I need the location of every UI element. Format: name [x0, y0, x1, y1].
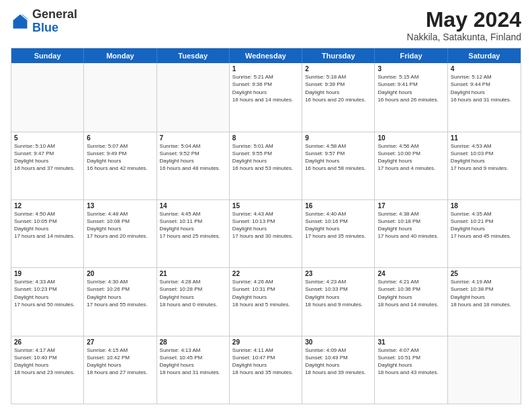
- weekday-header-monday: Monday: [84, 48, 157, 63]
- title-block: May 2024 Nakkila, Satakunta, Finland: [407, 8, 521, 42]
- day-info: Sunrise: 4:07 AMSunset: 10:51 PMDaylight…: [378, 347, 444, 377]
- day-info: Sunrise: 4:11 AMSunset: 10:47 PMDaylight…: [232, 347, 299, 377]
- weekday-header-thursday: Thursday: [302, 48, 375, 63]
- day-info: Sunrise: 4:50 AMSunset: 10:05 PMDaylight…: [14, 210, 81, 240]
- day-number: 29: [232, 338, 299, 346]
- weekday-header-sunday: Sunday: [11, 48, 84, 63]
- day-cell-24: 24Sunrise: 4:21 AMSunset: 10:36 PMDaylig…: [375, 268, 447, 335]
- day-number: 7: [160, 134, 226, 142]
- day-number: 10: [378, 134, 444, 142]
- day-number: 22: [232, 270, 299, 277]
- day-cell-14: 14Sunrise: 4:45 AMSunset: 10:11 PMDaylig…: [157, 200, 230, 267]
- day-number: 1: [232, 65, 299, 73]
- day-info: Sunrise: 4:35 AMSunset: 10:21 PMDaylight…: [451, 210, 518, 240]
- logo-text: General Blue: [32, 8, 77, 35]
- day-cell-15: 15Sunrise: 4:43 AMSunset: 10:13 PMDaylig…: [230, 200, 302, 267]
- day-number: 30: [305, 338, 371, 346]
- calendar-body: 1Sunrise: 5:21 AMSunset: 9:36 PMDaylight…: [11, 63, 521, 404]
- day-info: Sunrise: 4:53 AMSunset: 10:03 PMDaylight…: [451, 142, 518, 173]
- calendar-week-1: 1Sunrise: 5:21 AMSunset: 9:36 PMDaylight…: [11, 63, 521, 131]
- calendar: SundayMondayTuesdayWednesdayThursdayFrid…: [11, 48, 521, 404]
- day-number: 11: [451, 134, 518, 142]
- day-cell-1: 1Sunrise: 5:21 AMSunset: 9:36 PMDaylight…: [230, 63, 302, 131]
- day-number: 24: [378, 270, 444, 277]
- day-info: Sunrise: 4:58 AMSunset: 9:57 PMDaylight …: [305, 142, 371, 173]
- weekday-header-friday: Friday: [375, 48, 447, 63]
- day-cell-27: 27Sunrise: 4:15 AMSunset: 10:42 PMDaylig…: [84, 336, 157, 404]
- day-number: 8: [232, 134, 299, 142]
- title-month: May 2024: [407, 8, 521, 32]
- day-info: Sunrise: 5:18 AMSunset: 9:39 PMDaylight …: [305, 73, 371, 103]
- logo: General Blue: [11, 8, 77, 35]
- day-cell-20: 20Sunrise: 4:30 AMSunset: 10:26 PMDaylig…: [84, 268, 157, 335]
- calendar-week-5: 26Sunrise: 4:17 AMSunset: 10:40 PMDaylig…: [11, 336, 521, 404]
- day-info: Sunrise: 4:30 AMSunset: 10:26 PMDaylight…: [87, 278, 153, 308]
- page: General Blue May 2024 Nakkila, Satakunta…: [0, 0, 532, 411]
- day-info: Sunrise: 4:21 AMSunset: 10:36 PMDaylight…: [378, 278, 444, 308]
- calendar-header: SundayMondayTuesdayWednesdayThursdayFrid…: [11, 48, 521, 63]
- day-cell-29: 29Sunrise: 4:11 AMSunset: 10:47 PMDaylig…: [230, 336, 302, 404]
- day-info: Sunrise: 4:56 AMSunset: 10:00 PMDaylight…: [378, 142, 444, 173]
- day-cell-10: 10Sunrise: 4:56 AMSunset: 10:00 PMDaylig…: [375, 132, 447, 199]
- day-number: 12: [14, 202, 81, 210]
- day-cell-6: 6Sunrise: 5:07 AMSunset: 9:49 PMDaylight…: [84, 132, 157, 199]
- day-cell-26: 26Sunrise: 4:17 AMSunset: 10:40 PMDaylig…: [11, 336, 84, 404]
- empty-cell: [157, 63, 230, 131]
- day-cell-30: 30Sunrise: 4:09 AMSunset: 10:49 PMDaylig…: [302, 336, 375, 404]
- calendar-week-2: 5Sunrise: 5:10 AMSunset: 9:47 PMDaylight…: [11, 132, 521, 199]
- day-cell-16: 16Sunrise: 4:40 AMSunset: 10:16 PMDaylig…: [302, 200, 375, 267]
- day-number: 2: [305, 65, 371, 73]
- logo-blue: Blue: [32, 21, 58, 34]
- day-number: 28: [160, 338, 226, 346]
- day-number: 17: [378, 202, 444, 210]
- day-cell-11: 11Sunrise: 4:53 AMSunset: 10:03 PMDaylig…: [448, 132, 521, 199]
- day-info: Sunrise: 4:17 AMSunset: 10:40 PMDaylight…: [14, 347, 81, 377]
- empty-cell: [448, 336, 521, 404]
- empty-cell: [84, 63, 157, 131]
- day-number: 15: [232, 202, 299, 210]
- day-number: 19: [14, 270, 81, 277]
- weekday-header-wednesday: Wednesday: [230, 48, 302, 63]
- day-number: 18: [451, 202, 518, 210]
- day-cell-12: 12Sunrise: 4:50 AMSunset: 10:05 PMDaylig…: [11, 200, 84, 267]
- day-cell-5: 5Sunrise: 5:10 AMSunset: 9:47 PMDaylight…: [11, 132, 84, 199]
- day-number: 20: [87, 270, 153, 277]
- day-number: 5: [14, 134, 81, 142]
- day-number: 13: [87, 202, 153, 210]
- day-info: Sunrise: 4:45 AMSunset: 10:11 PMDaylight…: [160, 210, 226, 240]
- day-number: 6: [87, 134, 153, 142]
- day-number: 27: [87, 338, 153, 346]
- day-info: Sunrise: 4:23 AMSunset: 10:33 PMDaylight…: [305, 278, 371, 308]
- day-cell-9: 9Sunrise: 4:58 AMSunset: 9:57 PMDaylight…: [302, 132, 375, 199]
- day-number: 9: [305, 134, 371, 142]
- day-cell-13: 13Sunrise: 4:48 AMSunset: 10:08 PMDaylig…: [84, 200, 157, 267]
- day-cell-4: 4Sunrise: 5:12 AMSunset: 9:44 PMDaylight…: [448, 63, 521, 131]
- day-info: Sunrise: 4:13 AMSunset: 10:45 PMDaylight…: [160, 347, 226, 377]
- title-location: Nakkila, Satakunta, Finland: [407, 32, 521, 42]
- day-info: Sunrise: 5:12 AMSunset: 9:44 PMDaylight …: [451, 73, 518, 103]
- day-cell-7: 7Sunrise: 5:04 AMSunset: 9:52 PMDaylight…: [157, 132, 230, 199]
- day-number: 25: [451, 270, 518, 277]
- day-cell-18: 18Sunrise: 4:35 AMSunset: 10:21 PMDaylig…: [448, 200, 521, 267]
- day-info: Sunrise: 4:40 AMSunset: 10:16 PMDaylight…: [305, 210, 371, 240]
- logo-general: General: [32, 7, 77, 21]
- day-cell-28: 28Sunrise: 4:13 AMSunset: 10:45 PMDaylig…: [157, 336, 230, 404]
- day-number: 14: [160, 202, 226, 210]
- day-cell-25: 25Sunrise: 4:19 AMSunset: 10:38 PMDaylig…: [448, 268, 521, 335]
- day-number: 16: [305, 202, 371, 210]
- day-cell-2: 2Sunrise: 5:18 AMSunset: 9:39 PMDaylight…: [302, 63, 375, 131]
- weekday-header-tuesday: Tuesday: [157, 48, 230, 63]
- header: General Blue May 2024 Nakkila, Satakunta…: [11, 8, 521, 42]
- day-info: Sunrise: 4:26 AMSunset: 10:31 PMDaylight…: [232, 278, 299, 308]
- day-cell-8: 8Sunrise: 5:01 AMSunset: 9:55 PMDaylight…: [230, 132, 302, 199]
- day-number: 23: [305, 270, 371, 277]
- day-number: 31: [378, 338, 444, 346]
- empty-cell: [11, 63, 84, 131]
- day-cell-19: 19Sunrise: 4:33 AMSunset: 10:23 PMDaylig…: [11, 268, 84, 335]
- day-info: Sunrise: 5:21 AMSunset: 9:36 PMDaylight …: [232, 73, 299, 103]
- logo-icon: [11, 12, 30, 31]
- day-info: Sunrise: 4:28 AMSunset: 10:28 PMDaylight…: [160, 278, 226, 308]
- day-number: 4: [451, 65, 518, 73]
- day-info: Sunrise: 5:04 AMSunset: 9:52 PMDaylight …: [160, 142, 226, 173]
- day-info: Sunrise: 4:09 AMSunset: 10:49 PMDaylight…: [305, 347, 371, 377]
